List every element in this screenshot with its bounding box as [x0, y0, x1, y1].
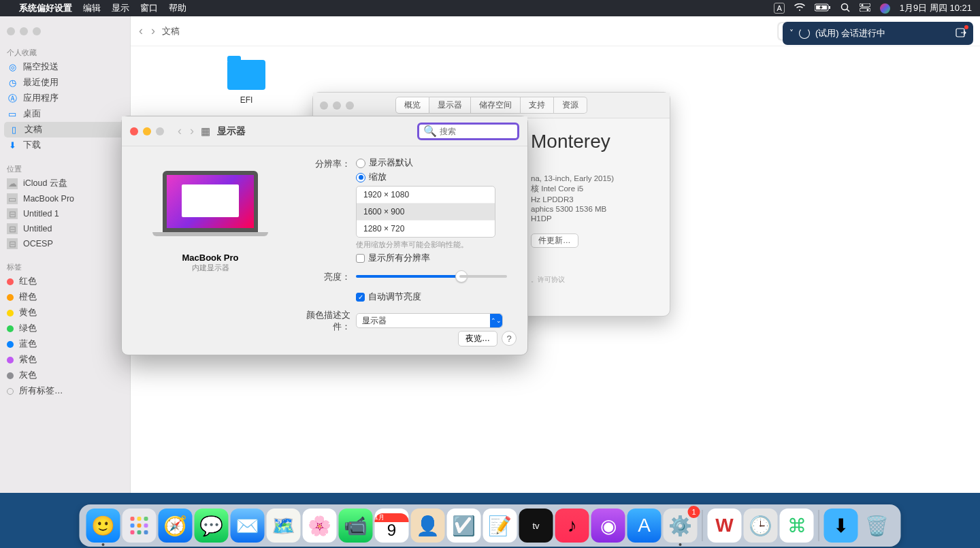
sidebar-item-macbookpro[interactable]: ▭MacBook Pro	[0, 191, 130, 206]
dock-music[interactable]: ♪	[555, 509, 589, 543]
dock-timemachine[interactable]: 🕒	[744, 509, 778, 543]
about-footer: 。许可协议	[531, 275, 653, 285]
dock-photos[interactable]: 🌸	[303, 509, 337, 543]
app-menu[interactable]: 系统偏好设置	[19, 2, 72, 14]
session-banner[interactable]: ˅ (试用) 会话进行中	[783, 22, 973, 45]
software-update-button[interactable]: 件更新…	[531, 233, 578, 248]
sidebar-tag[interactable]: 紫色	[0, 352, 130, 368]
siri-icon[interactable]	[880, 3, 890, 14]
dock-launchpad[interactable]	[122, 509, 157, 543]
sidebar-tag[interactable]: 黄色	[0, 305, 130, 321]
dock-tv[interactable]: tv	[519, 509, 553, 543]
sidebar-item-applications[interactable]: Ⓐ应用程序	[0, 91, 130, 106]
dock-podcasts[interactable]: ◉	[591, 509, 625, 543]
resolution-option[interactable]: 1280 × 720	[357, 221, 495, 237]
dock-wps[interactable]: W	[708, 509, 742, 543]
dock-notes[interactable]: 📝	[483, 509, 517, 543]
badge: 1	[688, 506, 700, 518]
dock-mail[interactable]: ✉️	[231, 509, 265, 543]
dock-downloads[interactable]: ⬇	[824, 509, 858, 543]
chevron-down-icon[interactable]: ˅	[789, 29, 794, 38]
dock-messages[interactable]: 💬	[195, 509, 229, 543]
zoom-button[interactable]	[156, 127, 164, 135]
auto-brightness-checkbox[interactable]: ✓自动调节亮度	[356, 291, 421, 303]
dock-trash[interactable]: 🗑️	[860, 509, 894, 543]
forward-button[interactable]: ›	[190, 124, 194, 138]
menu-window[interactable]: 窗口	[140, 2, 158, 14]
dock-calendar[interactable]: 1月 9	[375, 509, 409, 543]
menu-help[interactable]: 帮助	[169, 2, 186, 14]
battery-icon[interactable]	[815, 3, 831, 14]
color-profile-value: 显示器	[357, 315, 490, 327]
show-all-button[interactable]: ▦	[201, 125, 210, 138]
zoom-button[interactable]	[33, 27, 41, 35]
dock-system-preferences[interactable]: ⚙️1	[664, 509, 698, 543]
dock-facetime[interactable]: 📹	[339, 509, 373, 543]
dock-contacts[interactable]: 👤	[411, 509, 445, 543]
folder-label: EFI	[219, 95, 274, 105]
resolution-default-radio[interactable]: 显示器默认	[356, 157, 514, 169]
radio-icon	[356, 159, 365, 168]
minimize-button[interactable]	[20, 27, 28, 35]
svg-point-6	[861, 4, 863, 6]
sidebar-tag[interactable]: 绿色	[0, 321, 130, 336]
sidebar-item-untitled1[interactable]: ⊟Untitled 1	[0, 206, 130, 221]
sidebar-item-ocesp[interactable]: ⊟OCESP	[0, 236, 130, 251]
slider-thumb[interactable]	[455, 270, 468, 283]
chevron-updown-icon: ⌃⌄	[490, 314, 502, 327]
sidebar-item-airdrop[interactable]: ◎隔空投送	[0, 59, 130, 75]
color-profile-select[interactable]: 显示器 ⌃⌄	[356, 313, 503, 328]
show-all-resolutions-checkbox[interactable]: 显示所有分辨率	[356, 253, 514, 264]
wifi-icon[interactable]	[794, 3, 805, 14]
search-field[interactable]: 🔍	[417, 123, 519, 140]
minimize-button[interactable]	[143, 127, 151, 135]
tab-overview[interactable]: 概览	[395, 97, 429, 114]
sidebar-tag[interactable]: 灰色	[0, 368, 130, 383]
tab-storage[interactable]: 储存空间	[471, 97, 521, 114]
exit-session-button[interactable]	[956, 27, 966, 40]
datetime[interactable]: 1月9日 周四 10:21	[900, 2, 972, 14]
minimize-button[interactable]	[333, 101, 341, 110]
tab-resources[interactable]: 资源	[554, 97, 587, 114]
close-button[interactable]	[320, 101, 328, 110]
dock-reminders[interactable]: ☑️	[447, 509, 481, 543]
sidebar-tag[interactable]: 蓝色	[0, 336, 130, 352]
dock-cloudapp[interactable]: ⌘	[780, 509, 814, 543]
color-profile-label: 颜色描述文件：	[299, 308, 356, 333]
sidebar-item-untitled[interactable]: ⊟Untitled	[0, 221, 130, 236]
sidebar-item-icloud[interactable]: ☁iCloud 云盘	[0, 176, 130, 191]
control-center-icon[interactable]	[860, 3, 870, 14]
zoom-button[interactable]	[346, 101, 354, 110]
sidebar-item-recents[interactable]: ◷最近使用	[0, 75, 130, 91]
dock-finder[interactable]: 🙂	[86, 509, 120, 543]
close-button[interactable]	[130, 127, 138, 135]
search-input[interactable]	[440, 127, 513, 136]
sidebar-item-downloads[interactable]: ⬇下载	[0, 138, 130, 153]
help-button[interactable]: ?	[502, 331, 517, 346]
folder-efi[interactable]: EFI	[219, 60, 274, 105]
back-button[interactable]: ‹	[178, 124, 182, 138]
display-device: MacBook Pro 内建显示器	[135, 157, 285, 337]
dock-maps[interactable]: 🗺️	[267, 509, 301, 543]
sidebar-item-desktop[interactable]: ▭桌面	[0, 106, 130, 122]
sidebar-tag[interactable]: 红色	[0, 274, 130, 289]
tab-support[interactable]: 支持	[521, 97, 554, 114]
close-button[interactable]	[7, 27, 15, 35]
resolution-option[interactable]: 1600 × 900	[357, 204, 495, 221]
spotlight-icon[interactable]	[840, 3, 850, 14]
brightness-slider[interactable]	[356, 275, 506, 278]
tab-displays[interactable]: 显示器	[429, 97, 471, 114]
forward-button[interactable]: ›	[151, 24, 155, 38]
dock-appstore[interactable]: A	[627, 509, 662, 543]
menu-edit[interactable]: 编辑	[83, 2, 101, 14]
back-button[interactable]: ‹	[139, 24, 143, 38]
menu-view[interactable]: 显示	[112, 2, 129, 14]
sidebar-tag[interactable]: 橙色	[0, 289, 130, 305]
sidebar-tag[interactable]: 所有标签…	[0, 383, 130, 399]
resolution-scaled-radio[interactable]: 缩放	[356, 172, 514, 183]
dock-safari[interactable]: 🧭	[159, 509, 193, 543]
input-source-icon[interactable]: A	[774, 3, 784, 14]
resolution-option[interactable]: 1920 × 1080	[357, 187, 495, 204]
sidebar-item-documents[interactable]: ▯文稿	[4, 122, 126, 138]
night-shift-button[interactable]: 夜览…	[458, 331, 497, 346]
